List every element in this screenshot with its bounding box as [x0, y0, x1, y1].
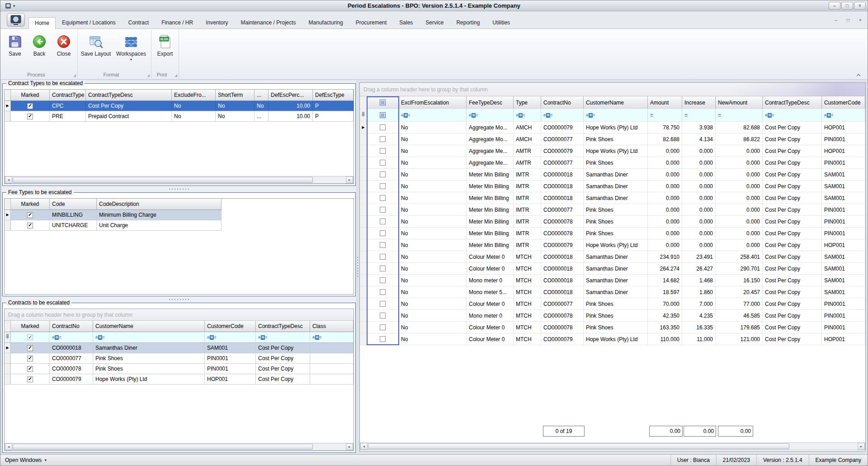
- filter-cell-exclfromescalation[interactable]: aBc: [399, 109, 467, 121]
- cell-amount[interactable]: 70.000: [648, 298, 682, 309]
- cell-contracttypedesc[interactable]: Cost Per Copy: [763, 322, 822, 333]
- escalation-row[interactable]: NoMono meter 0MTCHCO0000078Pink Shoes42.…: [360, 310, 865, 322]
- cell-amount[interactable]: 42.350: [648, 310, 682, 321]
- cell-increase[interactable]: 4.235: [682, 310, 716, 321]
- contracts-groupby-drop-area[interactable]: Drag a column header here to group by th…: [5, 309, 354, 321]
- minimize-button[interactable]: –: [829, 2, 840, 10]
- dialog-launcher-icon[interactable]: ◢: [74, 74, 76, 77]
- filter-cell-contracttypedesc[interactable]: aBc: [763, 109, 822, 121]
- column-header-contracttypedesc[interactable]: ContractTypeDesc: [86, 90, 172, 100]
- marked-cell[interactable]: [367, 228, 399, 239]
- cell-contractno[interactable]: CO0000018: [541, 181, 584, 192]
- cell-type[interactable]: MTCH: [514, 333, 541, 345]
- cell-customercode[interactable]: PIN0001: [822, 204, 865, 215]
- cell-feetypedesc[interactable]: Meter Min Billing: [467, 216, 514, 227]
- save-layout-button[interactable]: Save Layout: [80, 31, 112, 71]
- cell-newamount[interactable]: 86.822: [716, 133, 763, 145]
- cell-code[interactable]: MINBILLING: [50, 210, 97, 220]
- escalation-row[interactable]: NoMeter Min BillingIMTRCO0000018Samantha…: [360, 181, 865, 192]
- cell-contractno[interactable]: CO0000079: [541, 333, 584, 345]
- cell-type[interactable]: IMTR: [514, 181, 541, 192]
- cell-customercode[interactable]: SAM001: [822, 181, 865, 192]
- cell-newamount[interactable]: 0.000: [716, 181, 763, 192]
- column-header-col[interactable]: ...: [255, 90, 269, 100]
- cell-increase[interactable]: 23.491: [682, 251, 716, 262]
- cell-exclfromescalation[interactable]: No: [399, 239, 467, 251]
- cell-contracttypedesc[interactable]: Cost Per Copy: [763, 286, 822, 298]
- marked-cell[interactable]: [367, 216, 399, 227]
- cell-contracttypedesc[interactable]: Cost Per Copy: [763, 275, 822, 286]
- cell-type[interactable]: MTCH: [514, 298, 541, 309]
- column-header-customercode[interactable]: CustomerCode: [822, 96, 865, 109]
- checkbox[interactable]: [380, 289, 386, 295]
- cell-customername[interactable]: Samanthas Diner: [584, 286, 648, 298]
- cell-contractno[interactable]: CO0000018: [541, 192, 584, 204]
- cell-exclfromescalation[interactable]: No: [399, 322, 467, 333]
- cell-increase[interactable]: 1.468: [682, 275, 716, 286]
- escalation-row[interactable]: NoMeter Min BillingIMTRCO0000078Pink Sho…: [360, 228, 865, 239]
- checkbox[interactable]: [380, 301, 386, 307]
- marked-cell[interactable]: [11, 111, 50, 121]
- tab-maintenance-projects[interactable]: Maintenance / Projects: [235, 17, 302, 29]
- cell-feetypedesc[interactable]: Aggregate Mo...: [467, 122, 514, 133]
- cell-customername[interactable]: Hope Works (Pty) Ltd: [584, 333, 648, 345]
- quick-access-dropdown-icon[interactable]: ▾: [13, 4, 15, 8]
- contract-types-row[interactable]: ▶CPCCost Per CopyNoNoNo10.00P: [5, 101, 354, 111]
- marked-cell[interactable]: [11, 101, 50, 111]
- cell-newamount[interactable]: 0.000: [716, 216, 763, 227]
- checkbox[interactable]: [27, 345, 33, 351]
- escalation-row[interactable]: NoMeter Min BillingIMTRCO0000079Hope Wor…: [360, 239, 865, 251]
- cell-contractno[interactable]: CO0000079: [541, 239, 584, 251]
- cell-amount[interactable]: 0.000: [648, 216, 682, 227]
- cell-type[interactable]: MTCH: [514, 275, 541, 286]
- cell-feetypedesc[interactable]: Aggregate Mo...: [467, 133, 514, 145]
- cell-contracttypedesc[interactable]: Cost Per Copy: [763, 251, 822, 262]
- cell-contracttypedesc[interactable]: Cost Per Copy: [763, 192, 822, 204]
- cell-contracttypedesc[interactable]: Cost Per Copy: [763, 169, 822, 180]
- cell-exclfromescalation[interactable]: No: [399, 157, 467, 168]
- cell-increase[interactable]: 16.335: [682, 322, 716, 333]
- cell-col[interactable]: ...: [255, 111, 269, 121]
- checkbox[interactable]: [380, 160, 386, 166]
- marked-cell[interactable]: [367, 157, 399, 168]
- cell-customername[interactable]: Pink Shoes: [584, 298, 648, 309]
- checkbox[interactable]: [380, 254, 386, 260]
- fee-types-select-column-header[interactable]: Marked: [11, 199, 50, 209]
- cell-amount[interactable]: 0.000: [648, 204, 682, 215]
- marked-cell[interactable]: [367, 192, 399, 204]
- dialog-launcher-icon[interactable]: ◢: [147, 74, 150, 77]
- cell-code[interactable]: UNITCHARGE: [50, 220, 97, 230]
- cell-excludefro[interactable]: No: [172, 101, 216, 111]
- cell-customername[interactable]: Pink Shoes: [584, 310, 648, 321]
- cell-exclfromescalation[interactable]: No: [399, 216, 467, 227]
- cell-exclfromescalation[interactable]: No: [399, 204, 467, 215]
- marked-cell[interactable]: [367, 275, 399, 286]
- cell-customercode[interactable]: PIN0001: [822, 216, 865, 227]
- marked-cell[interactable]: [367, 310, 399, 321]
- cell-customercode[interactable]: PIN0001: [822, 322, 865, 333]
- cell-contractno[interactable]: CO0000018: [541, 251, 584, 262]
- cell-class[interactable]: [310, 374, 354, 384]
- child-restore-button[interactable]: □: [843, 16, 854, 24]
- cell-amount[interactable]: 163.350: [648, 322, 682, 333]
- cell-exclfromescalation[interactable]: No: [399, 122, 467, 133]
- cell-contracttypedesc[interactable]: Cost Per Copy: [763, 228, 822, 239]
- cell-customercode[interactable]: SAM001: [822, 275, 865, 286]
- cell-contracttypedesc[interactable]: Cost Per Copy: [763, 181, 822, 192]
- cell-increase[interactable]: 0.000: [682, 181, 716, 192]
- cell-newamount[interactable]: 0.000: [716, 239, 763, 251]
- cell-contractno[interactable]: CO0000018: [541, 263, 584, 274]
- checkbox[interactable]: [380, 242, 386, 248]
- cell-customername[interactable]: Pink Shoes: [584, 216, 648, 227]
- cell-customername[interactable]: Pink Shoes: [584, 157, 648, 168]
- back-button[interactable]: Back: [28, 31, 51, 71]
- cell-increase[interactable]: 0.000: [682, 204, 716, 215]
- cell-customercode[interactable]: SAM001: [822, 286, 865, 298]
- cell-type[interactable]: AMTR: [514, 145, 541, 157]
- cell-customercode[interactable]: PIN0001: [822, 133, 865, 145]
- escalation-row[interactable]: NoMono meter 5...MTCHCO0000018Samanthas …: [360, 286, 865, 298]
- cell-amount[interactable]: 0.000: [648, 181, 682, 192]
- cell-type[interactable]: IMTR: [514, 216, 541, 227]
- cell-newamount[interactable]: 77.000: [716, 298, 763, 309]
- cell-exclfromescalation[interactable]: No: [399, 263, 467, 274]
